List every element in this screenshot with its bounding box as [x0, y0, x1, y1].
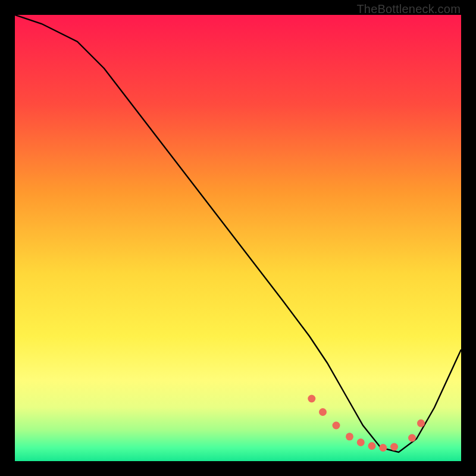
marker-dot [379, 444, 387, 452]
chart-container: TheBottleneck.com [0, 0, 476, 476]
marker-dots [308, 395, 425, 452]
marker-dot [408, 434, 416, 442]
marker-dot [390, 443, 398, 451]
curve-layer [15, 15, 461, 461]
bottleneck-curve [15, 15, 461, 452]
marker-dot [357, 439, 365, 446]
marker-dot [368, 442, 376, 450]
marker-dot [319, 408, 327, 416]
plot-area [15, 15, 461, 461]
marker-dot [308, 395, 315, 403]
marker-dot [346, 433, 353, 440]
marker-dot [333, 422, 340, 430]
watermark-text: TheBottleneck.com [356, 2, 461, 16]
marker-dot [417, 419, 425, 427]
